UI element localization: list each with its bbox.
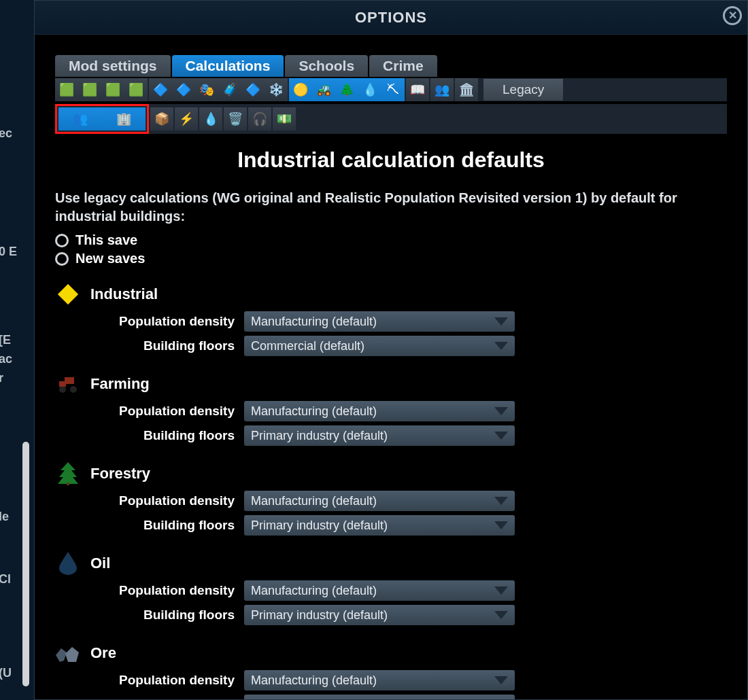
- chevron-down-icon: [494, 342, 508, 350]
- industrial-group: 🟡 🚜 🌲 💧 ⛏: [289, 78, 405, 101]
- section-oil: Oil Population density Manufacturing (de…: [55, 550, 727, 625]
- ind-ore-icon[interactable]: ⛏: [381, 78, 405, 101]
- tab-schools[interactable]: Schools: [285, 55, 368, 77]
- dropdown-oil-floors[interactable]: Primary industry (default): [244, 605, 515, 625]
- radio-icon: [55, 234, 69, 247]
- radio-label: New saves: [75, 251, 145, 266]
- dropdown-farming-pop[interactable]: Manufacturing (default): [244, 401, 515, 421]
- window-title: OPTIONS: [355, 9, 427, 27]
- office-icon[interactable]: 📖: [406, 78, 429, 101]
- section-industrial: Industrial Population density Manufactur…: [55, 281, 727, 356]
- res-wall-icon[interactable]: 🟩: [101, 78, 124, 101]
- ind-forestry-icon[interactable]: 🌲: [335, 78, 358, 101]
- legacy-button[interactable]: Legacy: [483, 79, 563, 101]
- commercial-group: 🔷 🔷 🎭 🧳 🔷 ❄️: [149, 78, 288, 101]
- chevron-down-icon: [494, 611, 508, 619]
- forestry-icon: [55, 461, 81, 487]
- section-ore: Ore Population density Manufacturing (de…: [55, 640, 727, 699]
- dropdown-farming-floors[interactable]: Primary industry (default): [244, 425, 515, 446]
- ind-oil-icon[interactable]: 💧: [358, 78, 381, 101]
- svg-rect-1: [65, 377, 74, 384]
- section-title: Industrial: [90, 285, 158, 303]
- svg-point-3: [70, 386, 77, 393]
- res-high-icon[interactable]: 🟩: [78, 78, 101, 101]
- subtab-population-icon[interactable]: 👥: [58, 107, 102, 130]
- subtab-noise-icon[interactable]: 🎧: [248, 107, 271, 130]
- dropdown-forestry-floors[interactable]: Primary industry (default): [244, 515, 515, 536]
- radio-icon: [55, 252, 69, 266]
- oil-icon: [55, 550, 81, 576]
- section-title: Farming: [90, 375, 150, 393]
- extra-group-1: 👥: [430, 78, 454, 101]
- svg-marker-8: [65, 647, 79, 662]
- chevron-down-icon: [494, 432, 508, 440]
- industrial-icon: [55, 281, 81, 307]
- background-fragments: ec 0 E [E ac r le Cl (U: [0, 0, 34, 700]
- field-label-floors: Building floors: [92, 338, 235, 353]
- subtab-money-icon[interactable]: 💵: [273, 107, 296, 130]
- section-title: Ore: [90, 644, 116, 662]
- res-low-icon[interactable]: 🟩: [55, 78, 78, 101]
- svg-rect-6: [67, 483, 69, 485]
- title-bar: OPTIONS ✕: [35, 1, 747, 35]
- ind-farming-icon[interactable]: 🚜: [312, 78, 335, 101]
- svg-marker-5: [58, 462, 78, 484]
- svg-marker-0: [58, 284, 78, 304]
- svg-point-2: [59, 386, 66, 393]
- dropdown-industrial-floors[interactable]: Commercial (default): [244, 336, 515, 356]
- subtab-water-icon[interactable]: 💧: [199, 107, 222, 130]
- subtab-electricity-icon[interactable]: ⚡: [175, 107, 198, 130]
- legacy-description: Use legacy calculations (WG original and…: [55, 189, 727, 226]
- field-label-pop: Population density: [92, 493, 235, 508]
- left-scrollbar[interactable]: [22, 442, 29, 686]
- chevron-down-icon: [494, 497, 508, 505]
- tab-mod-settings[interactable]: Mod settings: [55, 55, 171, 77]
- chevron-down-icon: [494, 407, 508, 415]
- category-icon-row: 🟩 🟩 🟩 🟩 🔷 🔷 🎭 🧳 🔷 ❄️ 🟡 🚜 🌲 💧 ⛏: [55, 78, 727, 101]
- dropdown-ore-floors[interactable]: Primary industry (default): [244, 695, 515, 699]
- com-eco-icon[interactable]: 🔷: [241, 78, 265, 101]
- com-tourist-icon[interactable]: 🧳: [218, 78, 241, 101]
- section-title: Oil: [90, 555, 110, 572]
- dropdown-oil-pop[interactable]: Manufacturing (default): [244, 580, 515, 601]
- section-farming: Farming Population density Manufacturing…: [55, 371, 727, 446]
- field-label-floors: Building floors: [92, 697, 235, 699]
- field-label-pop: Population density: [92, 673, 235, 688]
- field-label-pop: Population density: [92, 314, 235, 329]
- subtab-garbage-icon[interactable]: 🗑️: [224, 107, 247, 130]
- tab-calculations[interactable]: Calculations: [172, 55, 284, 77]
- ore-icon: [55, 640, 81, 666]
- monument-icon[interactable]: 🏛️: [455, 78, 478, 101]
- radio-this-save[interactable]: This save: [55, 232, 727, 248]
- field-label-pop: Population density: [92, 404, 235, 419]
- content-area: Mod settings Calculations Schools Crime …: [35, 35, 747, 699]
- main-tabs: Mod settings Calculations Schools Crime: [55, 55, 727, 77]
- close-icon: ✕: [728, 10, 737, 21]
- chevron-down-icon: [494, 317, 508, 326]
- page-title: Industrial calculation defaults: [55, 147, 727, 173]
- dropdown-forestry-pop[interactable]: Manufacturing (default): [244, 491, 515, 511]
- section-title: Forestry: [90, 465, 150, 483]
- field-label-pop: Population density: [92, 583, 235, 598]
- residential-group: 🟩 🟩 🟩 🟩: [55, 78, 148, 101]
- subtab-goods-icon[interactable]: 📦: [150, 107, 173, 130]
- radio-new-saves[interactable]: New saves: [55, 251, 727, 266]
- chevron-down-icon: [494, 587, 508, 595]
- field-label-floors: Building floors: [92, 518, 235, 533]
- close-button[interactable]: ✕: [723, 6, 742, 25]
- com-cold-icon[interactable]: ❄️: [265, 78, 288, 101]
- com-low-icon[interactable]: 🔷: [149, 78, 172, 101]
- ind-generic-icon[interactable]: 🟡: [289, 78, 312, 101]
- highlighted-subtabs: 👥 🏢: [55, 104, 149, 134]
- dropdown-ore-pop[interactable]: Manufacturing (default): [244, 670, 515, 690]
- com-high-icon[interactable]: 🔷: [172, 78, 195, 101]
- tab-crime[interactable]: Crime: [369, 55, 437, 77]
- res-eco-icon[interactable]: 🟩: [124, 78, 148, 101]
- dropdown-industrial-pop[interactable]: Manufacturing (default): [244, 311, 515, 332]
- subtab-building-icon[interactable]: 🏢: [102, 107, 146, 130]
- office-group: 📖: [406, 78, 429, 101]
- people-icon[interactable]: 👥: [430, 78, 454, 101]
- field-label-floors: Building floors: [92, 608, 235, 623]
- field-label-floors: Building floors: [92, 428, 235, 443]
- com-leisure-icon[interactable]: 🎭: [195, 78, 218, 101]
